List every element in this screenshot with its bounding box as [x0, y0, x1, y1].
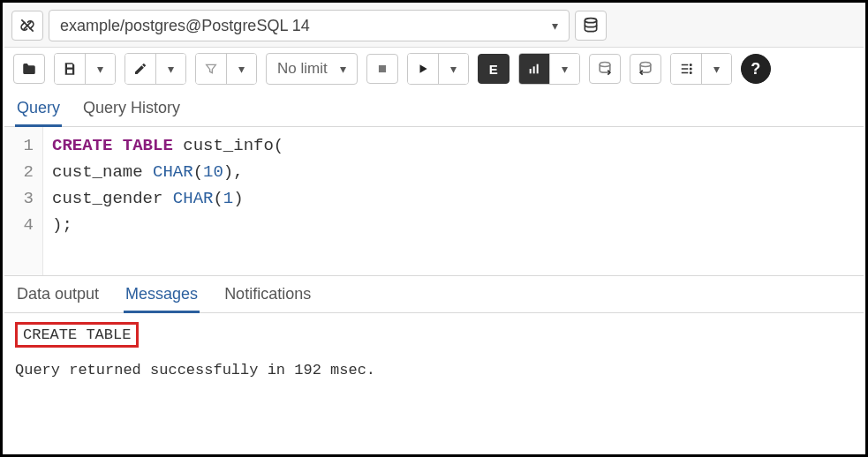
code-area[interactable]: CREATE TABLE cust_info( cust_name CHAR(1… — [43, 127, 292, 275]
result-command: CREATE TABLE — [15, 322, 139, 348]
save-group: ▾ — [54, 53, 116, 85]
analyze-dropdown[interactable]: ▾ — [549, 54, 579, 84]
save-button[interactable] — [55, 54, 85, 84]
svg-point-9 — [690, 72, 691, 74]
edit-group: ▾ — [125, 53, 186, 85]
help-button[interactable]: ? — [741, 54, 771, 84]
query-status: Query returned successfully in 192 msec. — [15, 362, 853, 378]
svg-point-0 — [585, 19, 596, 23]
limit-select[interactable]: No limit ▾ — [266, 53, 358, 85]
run-group: ▾ — [407, 53, 469, 85]
chevron-down-icon: ▾ — [552, 19, 558, 33]
run-button[interactable] — [408, 54, 438, 84]
macros-group: ▾ — [670, 53, 732, 85]
tab-data-output[interactable]: Data output — [15, 280, 101, 312]
output-tabs: Data output Messages Notifications — [4, 275, 864, 313]
svg-rect-2 — [529, 69, 531, 73]
svg-point-6 — [640, 63, 651, 67]
connection-bar: example/postgres@PostgreSQL 14 ▾ — [4, 4, 864, 48]
svg-point-5 — [600, 63, 610, 67]
tab-query[interactable]: Query — [15, 94, 62, 127]
tab-query-history[interactable]: Query History — [81, 94, 182, 126]
edit-button[interactable] — [125, 54, 155, 84]
explain-button[interactable]: E — [478, 54, 509, 84]
run-dropdown[interactable]: ▾ — [438, 54, 468, 84]
filter-dropdown[interactable]: ▾ — [226, 54, 256, 84]
disconnect-icon[interactable] — [11, 11, 43, 41]
svg-point-8 — [690, 68, 691, 70]
line-gutter: 1 2 3 4 — [4, 127, 43, 275]
macros-dropdown[interactable]: ▾ — [701, 54, 731, 84]
editor-tabs: Query Query History — [4, 90, 864, 127]
tab-notifications[interactable]: Notifications — [223, 280, 313, 312]
commit-button[interactable] — [589, 54, 621, 84]
messages-panel: CREATE TABLE Query returned successfully… — [4, 313, 864, 387]
connection-select[interactable]: example/postgres@PostgreSQL 14 ▾ — [49, 10, 570, 41]
rollback-button[interactable] — [630, 54, 661, 84]
svg-rect-4 — [536, 64, 538, 74]
filter-button[interactable] — [196, 54, 226, 84]
stop-button[interactable] — [366, 54, 398, 84]
open-file-button[interactable] — [13, 54, 45, 84]
macros-button[interactable] — [671, 54, 701, 84]
caret-down-icon: ▾ — [340, 62, 346, 76]
database-icon[interactable] — [575, 11, 607, 41]
analyze-button[interactable] — [519, 54, 549, 84]
connection-label: example/postgres@PostgreSQL 14 — [60, 17, 310, 35]
save-dropdown[interactable]: ▾ — [85, 54, 115, 84]
toolbar: ▾ ▾ ▾ No limit ▾ ▾ E — [4, 48, 864, 90]
tab-messages[interactable]: Messages — [124, 280, 200, 313]
filter-group: ▾ — [195, 53, 257, 85]
svg-point-7 — [690, 64, 691, 66]
sql-editor[interactable]: 1 2 3 4 CREATE TABLE cust_info( cust_nam… — [4, 127, 864, 275]
edit-dropdown[interactable]: ▾ — [155, 54, 185, 84]
limit-label: No limit — [277, 60, 328, 78]
svg-rect-3 — [532, 66, 534, 73]
analyze-group: ▾ — [518, 53, 580, 85]
svg-rect-1 — [379, 65, 386, 72]
